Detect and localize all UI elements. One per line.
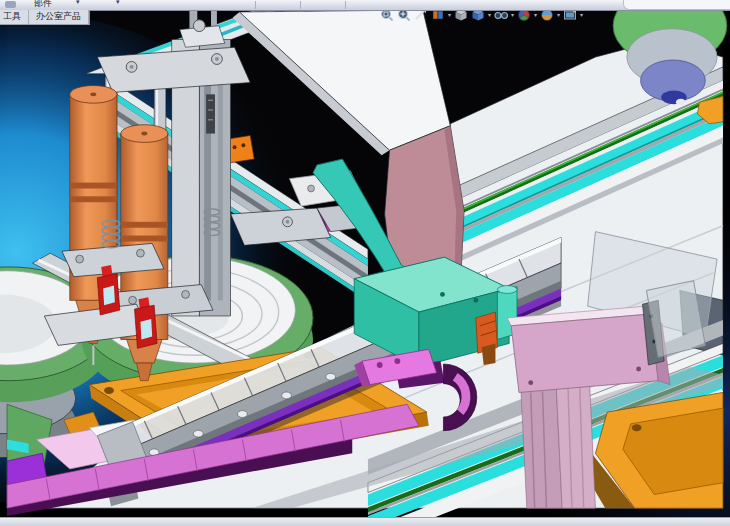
toolbar-separator: [345, 1, 346, 9]
command-bar-button[interactable]: 部件: [34, 0, 52, 10]
tab-tools[interactable]: 工具: [0, 10, 29, 24]
ribbon-tab-strip: 工具 办公室产品: [0, 10, 90, 25]
toolbar-separator: [255, 1, 256, 9]
cad-application-window: ▾ ▾ ▾ ▾ ▾ ▾ 部件 ▾ ▾ 工具 办公室产品: [0, 0, 730, 526]
command-dropdown-1[interactable]: ▾: [76, 0, 80, 6]
tab-office-products[interactable]: 办公室产品: [29, 10, 89, 24]
status-bar: [0, 517, 730, 526]
app-icon: [5, 1, 16, 8]
task-pane-edge: [623, 0, 730, 10]
command-bar: 部件 ▾ ▾: [0, 0, 730, 11]
command-dropdown-2[interactable]: ▾: [116, 0, 120, 6]
toolbar-separator: [300, 1, 301, 9]
3d-viewport[interactable]: [0, 10, 730, 518]
